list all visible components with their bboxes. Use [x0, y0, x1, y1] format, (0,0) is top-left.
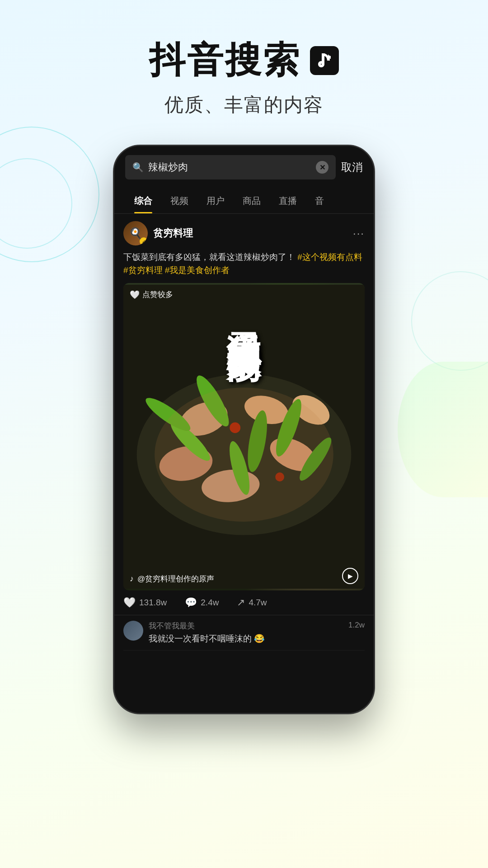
comments-count: 2.4w	[201, 598, 219, 608]
audio-text: @贫穷料理创作的原声	[137, 574, 214, 584]
tab-音乐[interactable]: 音	[306, 189, 333, 213]
tiktok-music-icon: ♪	[130, 574, 134, 584]
video-thumbnail[interactable]: 勇猛的辣椒炒肉 🤍 点赞较多 ♪ @贫穷料理创作的原声	[123, 283, 365, 590]
phone-mockup: 🔍 辣椒炒肉 ✕ 取消 综合 视频 用户 商品 直播 音	[113, 145, 375, 714]
heart-icon: 🤍	[130, 290, 140, 300]
user-avatar: 🍳 ✓	[123, 221, 148, 245]
comment-likes: 1.2w	[348, 621, 365, 630]
share-icon: ↗	[237, 597, 245, 609]
search-input-container[interactable]: 🔍 辣椒炒肉 ✕	[125, 155, 336, 179]
search-query: 辣椒炒肉	[148, 160, 311, 174]
shares-count: 4.7w	[249, 598, 267, 608]
tab-综合[interactable]: 综合	[125, 189, 161, 213]
stat-shares[interactable]: ↗ 4.7w	[237, 597, 267, 609]
search-clear-button[interactable]: ✕	[316, 161, 328, 174]
stat-comments[interactable]: 💬 2.4w	[185, 597, 219, 609]
search-icon: 🔍	[132, 162, 144, 173]
post-description: 下饭菜到底有多凶猛，就看这道辣椒炒肉了！ #这个视频有点料 #贫穷料理 #我是美…	[114, 251, 374, 283]
comment-content: 我不管我最美 我就没一次看时不咽唾沫的 😂	[149, 621, 343, 645]
search-bar: 🔍 辣椒炒肉 ✕ 取消	[114, 146, 374, 189]
comments-section: 我不管我最美 我就没一次看时不咽唾沫的 😂 1.2w	[114, 615, 374, 651]
search-results: 🍳 ✓ 贫穷料理 ··· 下饭菜到底有多凶猛，就看这道辣椒炒肉了！ #这个视频有…	[114, 214, 374, 658]
audio-bar[interactable]: ♪ @贫穷料理创作的原声	[130, 574, 214, 584]
header: 抖音搜索 优质、丰富的内容	[0, 0, 488, 136]
likes-count: 131.8w	[139, 598, 167, 608]
post-header: 🍳 ✓ 贫穷料理 ···	[114, 221, 374, 251]
comment-text: 我就没一次看时不咽唾沫的 😂	[149, 633, 343, 645]
app-title: 抖音搜索	[0, 36, 488, 85]
comment-username: 我不管我最美	[149, 621, 343, 631]
search-tabs: 综合 视频 用户 商品 直播 音	[114, 189, 374, 214]
comment-icon: 💬	[185, 597, 197, 609]
likes-badge: 🤍 点赞较多	[130, 289, 173, 300]
video-overlay-text: 勇猛的辣椒炒肉	[226, 306, 262, 568]
hashtag-2[interactable]: #贫穷料理	[123, 265, 163, 275]
comment-item: 我不管我最美 我就没一次看时不咽唾沫的 😂 1.2w	[123, 615, 365, 651]
video-text-overlay: 勇猛的辣椒炒肉	[123, 283, 365, 590]
tab-用户[interactable]: 用户	[197, 189, 234, 213]
header-subtitle: 优质、丰富的内容	[0, 92, 488, 118]
post-user-info[interactable]: 🍳 ✓ 贫穷料理	[123, 221, 193, 245]
like-icon: 🤍	[123, 597, 136, 609]
play-button[interactable]: ▶	[342, 568, 358, 584]
title-text: 抖音搜索	[149, 36, 301, 85]
search-cancel-button[interactable]: 取消	[341, 160, 363, 175]
more-options-button[interactable]: ···	[353, 227, 365, 240]
video-background: 勇猛的辣椒炒肉 🤍 点赞较多 ♪ @贫穷料理创作的原声	[123, 283, 365, 590]
phone-screen: 🔍 辣椒炒肉 ✕ 取消 综合 视频 用户 商品 直播 音	[114, 146, 374, 713]
stat-likes[interactable]: 🤍 131.8w	[123, 597, 167, 609]
username: 贫穷料理	[153, 226, 193, 240]
hashtag-1[interactable]: #这个视频有点料	[297, 252, 362, 262]
tab-直播[interactable]: 直播	[270, 189, 306, 213]
post-desc-text: 下饭菜到底有多凶猛，就看这道辣椒炒肉了！	[123, 252, 295, 262]
stats-bar: 🤍 131.8w 💬 2.4w ↗ 4.7w	[114, 590, 374, 615]
likes-badge-text: 点赞较多	[142, 289, 173, 300]
verified-badge: ✓	[140, 237, 148, 245]
phone-wrapper: 🔍 辣椒炒肉 ✕ 取消 综合 视频 用户 商品 直播 音	[0, 145, 488, 714]
tiktok-logo-icon	[310, 46, 339, 75]
comment-avatar	[123, 621, 143, 641]
tab-视频[interactable]: 视频	[161, 189, 197, 213]
tab-商品[interactable]: 商品	[234, 189, 270, 213]
hashtag-3[interactable]: #我是美食创作者	[165, 265, 230, 275]
